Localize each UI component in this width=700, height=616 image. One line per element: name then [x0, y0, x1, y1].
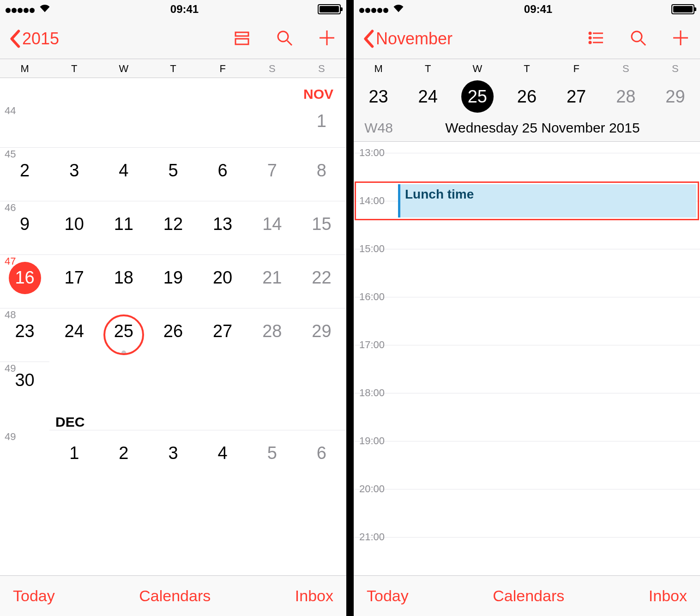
svg-point-12 [632, 31, 642, 42]
day-cell[interactable]: 22 [297, 254, 346, 308]
day-cell[interactable]: 12 [148, 201, 198, 254]
weekday-col: W [99, 63, 148, 75]
weekday-col: S [601, 63, 651, 75]
day-cell[interactable]: 26 [148, 308, 198, 362]
weekday-col: M [0, 63, 49, 75]
weekday-col: S [651, 63, 700, 75]
svg-rect-0 [235, 32, 248, 36]
week-day[interactable]: 29 [651, 87, 700, 107]
week-day-selected[interactable]: 25 [453, 80, 502, 113]
search-icon[interactable] [628, 28, 648, 50]
day-cell[interactable]: 24 [49, 308, 99, 362]
day-cell[interactable]: 30 [0, 362, 49, 406]
day-cell[interactable]: 10 [49, 201, 99, 254]
weekday-col: T [148, 63, 198, 75]
day-cell[interactable] [148, 103, 198, 147]
day-cell[interactable]: 20 [198, 254, 247, 308]
back-button[interactable]: November [363, 29, 453, 48]
day-cell-highlighted[interactable]: 25 [99, 308, 148, 362]
day-cell[interactable]: 8 [297, 147, 346, 201]
day-cell[interactable]: 14 [247, 201, 297, 254]
day-cell[interactable]: 17 [49, 254, 99, 308]
day-cell[interactable]: 3 [148, 430, 198, 483]
day-cell[interactable] [0, 103, 49, 147]
svg-line-13 [641, 41, 646, 45]
day-cell[interactable]: 19 [148, 254, 198, 308]
day-cell-today[interactable]: 16 [0, 254, 49, 308]
week-row: 47 16 17 18 19 20 21 22 [0, 254, 346, 308]
day-cell[interactable]: 13 [198, 201, 247, 254]
date-line: W48 Wednesday 25 November 2015 [354, 117, 700, 142]
calendars-button[interactable]: Calendars [493, 587, 564, 605]
day-cell[interactable]: 2 [99, 430, 148, 483]
today-button[interactable]: Today [13, 587, 55, 605]
calendar-event[interactable]: Lunch time [398, 184, 696, 217]
week-day[interactable]: 24 [403, 87, 453, 107]
week-day[interactable]: 27 [552, 87, 601, 107]
search-icon[interactable] [274, 28, 295, 50]
day-cell[interactable] [247, 103, 297, 147]
hour-label: 16:00 [359, 291, 396, 303]
status-time: 09:41 [524, 3, 552, 16]
day-cell[interactable] [198, 362, 247, 406]
weekday-col: S [297, 63, 346, 75]
day-cell[interactable]: 23 [0, 308, 49, 362]
view-toggle-icon[interactable] [232, 28, 252, 50]
wifi-icon [392, 3, 405, 16]
month-label: NOV [0, 78, 346, 103]
day-cell[interactable]: 18 [99, 254, 148, 308]
day-cell[interactable]: 3 [49, 147, 99, 201]
day-cell[interactable]: 15 [297, 201, 346, 254]
day-cell[interactable]: 6 [198, 147, 247, 201]
day-cell[interactable] [99, 362, 148, 406]
week-day[interactable]: 23 [354, 87, 403, 107]
day-cell[interactable] [49, 103, 99, 147]
inbox-button[interactable]: Inbox [295, 587, 333, 605]
week-row: 44 1 [0, 103, 346, 147]
week-day[interactable]: 26 [502, 87, 551, 107]
day-cell[interactable] [198, 103, 247, 147]
day-cell[interactable]: 9 [0, 201, 49, 254]
week-label: W48 [354, 120, 404, 136]
hour-label: 19:00 [359, 435, 396, 447]
day-cell[interactable]: 2 [0, 147, 49, 201]
weekday-col: W [453, 63, 502, 75]
bottom-toolbar: Today Calendars Inbox [354, 575, 700, 616]
day-cell[interactable] [247, 362, 297, 406]
add-icon[interactable] [317, 28, 337, 50]
weekday-header: M T W T F S S [354, 59, 700, 78]
day-cell[interactable]: 5 [148, 147, 198, 201]
day-cell[interactable] [0, 430, 49, 483]
add-icon[interactable] [670, 28, 691, 50]
full-date: Wednesday 25 November 2015 [404, 120, 682, 136]
svg-point-8 [589, 37, 591, 39]
week-row: 48 23 24 25 26 27 28 29 [0, 308, 346, 362]
day-cell[interactable]: 4 [99, 147, 148, 201]
list-view-icon[interactable] [585, 28, 606, 50]
inbox-button[interactable]: Inbox [649, 587, 687, 605]
today-button[interactable]: Today [367, 587, 409, 605]
day-cell[interactable]: 29 [297, 308, 346, 362]
day-cell[interactable] [99, 103, 148, 147]
battery-icon [671, 4, 694, 14]
day-cell[interactable] [297, 362, 346, 406]
day-cell[interactable]: 5 [247, 430, 297, 483]
day-cell[interactable]: 1 [49, 430, 99, 483]
day-cell[interactable]: 7 [247, 147, 297, 201]
week-day[interactable]: 28 [601, 87, 651, 107]
day-cell[interactable] [49, 362, 99, 406]
day-cell[interactable]: 6 [297, 430, 346, 483]
day-cell[interactable]: 27 [198, 308, 247, 362]
svg-point-10 [589, 42, 591, 43]
timeline[interactable]: 13:00 14:00 15:00 16:00 17:00 18:00 19:0… [354, 142, 700, 604]
event-title: Lunch time [405, 187, 474, 201]
weekday-header: M T W T F S S [0, 59, 346, 78]
day-cell[interactable]: 11 [99, 201, 148, 254]
day-cell[interactable] [148, 362, 198, 406]
back-button[interactable]: 2015 [9, 29, 59, 48]
calendars-button[interactable]: Calendars [139, 587, 211, 605]
day-cell[interactable]: 21 [247, 254, 297, 308]
day-cell[interactable]: 1 [297, 103, 346, 147]
day-cell[interactable]: 4 [198, 430, 247, 483]
day-cell[interactable]: 28 [247, 308, 297, 362]
